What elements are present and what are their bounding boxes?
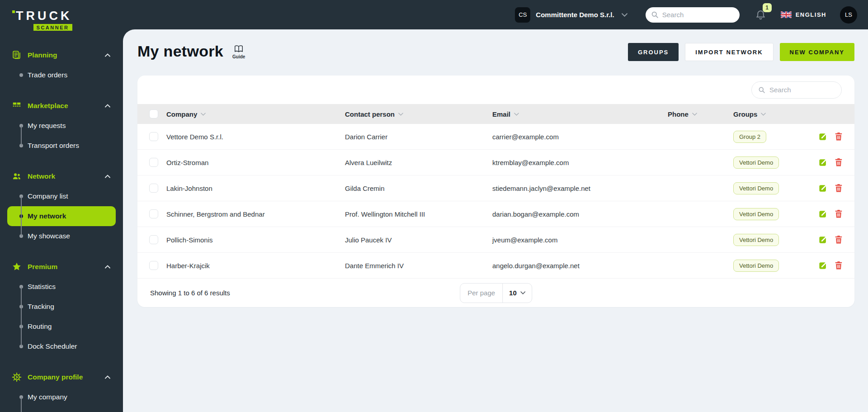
edit-icon[interactable]	[819, 132, 828, 141]
chevron-up-icon	[105, 375, 110, 379]
edit-icon[interactable]	[819, 184, 828, 193]
sidebar-section-label: Network	[28, 172, 55, 180]
notifications-button[interactable]: 1	[755, 9, 766, 20]
group-badge: Vettori Demo	[733, 260, 779, 272]
sidebar-section-label: Company profile	[28, 373, 83, 381]
sidebar-item-tracking[interactable]: Tracking	[0, 297, 123, 317]
storefront-icon	[12, 101, 22, 111]
column-header-contact-person[interactable]: Contact person	[345, 110, 492, 118]
edit-icon[interactable]	[819, 235, 828, 244]
language-label: ENGLISH	[796, 11, 826, 18]
sidebar-item-trade-orders[interactable]: Trade orders	[0, 65, 123, 85]
sidebar-item-dock-scheduler[interactable]: Dock Scheduler	[0, 336, 123, 356]
chevron-up-icon	[105, 175, 110, 178]
cell-contact: Dante Emmerich IV	[345, 262, 492, 270]
select-all-checkbox[interactable]	[149, 109, 158, 118]
trash-icon[interactable]	[835, 209, 843, 218]
sidebar-item-statistics[interactable]: Statistics	[0, 277, 123, 297]
sidebar-item-my-showcase[interactable]: My showcase	[0, 226, 123, 246]
organization-name: Committente Demo S.r.l.	[536, 11, 614, 19]
sidebar-item-company-list[interactable]: Company list	[0, 186, 123, 206]
group-badge: Group 2	[733, 131, 766, 143]
sort-chevron-icon	[761, 113, 766, 116]
search-icon	[651, 11, 659, 19]
sidebar-section-planning[interactable]: Planning	[0, 45, 123, 65]
trash-icon[interactable]	[835, 235, 843, 244]
cell-company: Schinner, Bergstrom and Bednar	[166, 210, 345, 218]
sidebar-item-label: My requests	[28, 122, 66, 130]
edit-icon[interactable]	[819, 261, 828, 270]
nav-group-marketplace: Marketplace My requests Transport orders	[0, 96, 123, 156]
bullet-icon	[19, 285, 23, 289]
table-toolbar	[137, 76, 854, 104]
row-checkbox[interactable]	[149, 209, 158, 218]
network-table-card: Company Contact person Email Phone Group…	[137, 76, 854, 307]
column-header-email[interactable]: Email	[492, 110, 668, 118]
cell-contact: Darion Carrier	[345, 133, 492, 141]
sidebar-section-network[interactable]: Network	[0, 166, 123, 186]
organization-selector[interactable]: CS Committente Demo S.r.l.	[515, 7, 627, 23]
groups-button[interactable]: GROUPS	[628, 43, 679, 61]
table-search	[751, 81, 842, 99]
global-search-input[interactable]	[662, 11, 734, 19]
language-selector[interactable]: ENGLISH	[781, 11, 826, 18]
sidebar-section-label: Premium	[28, 263, 57, 271]
global-search	[646, 7, 740, 23]
sidebar-section-company-profile[interactable]: Company profile	[0, 367, 123, 387]
sidebar-item-label: Transport orders	[28, 142, 79, 150]
row-checkbox[interactable]	[149, 132, 158, 141]
sidebar-nav: Planning Trade orders Marketplace My	[0, 45, 123, 412]
sidebar-item-label: Dock Scheduler	[28, 342, 77, 350]
sidebar-item-transport-orders[interactable]: Transport orders	[0, 136, 123, 156]
sidebar-item-label: My company	[28, 393, 67, 401]
nav-group-premium: Premium Statistics Tracking Routing Dock…	[0, 257, 123, 356]
sidebar-item-routing[interactable]: Routing	[0, 317, 123, 336]
guide-button[interactable]: Guide	[232, 45, 245, 59]
sidebar-section-premium[interactable]: Premium	[0, 257, 123, 277]
cell-company: Pollich-Simonis	[166, 236, 345, 244]
sort-chevron-icon	[514, 113, 519, 116]
logo-scanner-text: SCANNER	[33, 24, 72, 31]
sidebar-item-label: Company list	[28, 192, 68, 200]
new-company-button[interactable]: NEW COMPANY	[780, 43, 854, 61]
sidebar-item-my-network[interactable]: My network	[7, 206, 116, 226]
sidebar-item-label: Statistics	[28, 283, 56, 291]
sidebar-item-my-requests[interactable]: My requests	[0, 116, 123, 136]
table-footer: Showing 1 to 6 of 6 results Per page 10	[137, 279, 854, 307]
trash-icon[interactable]	[835, 158, 843, 167]
trash-icon[interactable]	[835, 184, 843, 193]
row-checkbox[interactable]	[149, 158, 158, 167]
nav-group-network: Network Company list My network My showc…	[0, 166, 123, 246]
import-network-button[interactable]: IMPORT NETWORK	[685, 43, 773, 61]
bullet-icon	[19, 325, 23, 328]
chevron-down-icon	[520, 291, 525, 294]
sidebar-section-label: Marketplace	[28, 102, 68, 110]
trash-icon[interactable]	[835, 261, 843, 270]
nav-group-company-profile: Company profile My company	[0, 367, 123, 407]
edit-icon[interactable]	[819, 209, 828, 218]
bullet-icon	[19, 395, 23, 399]
column-header-groups[interactable]: Groups	[733, 110, 816, 118]
row-checkbox[interactable]	[149, 261, 158, 270]
table-row: Lakin-Johnston Gilda Cremin stiedemann.j…	[137, 175, 854, 201]
sidebar-section-marketplace[interactable]: Marketplace	[0, 96, 123, 116]
group-badge: Vettori Demo	[733, 234, 779, 246]
chevron-up-icon	[105, 265, 110, 269]
bullet-icon	[19, 124, 23, 128]
column-header-company[interactable]: Company	[166, 110, 345, 118]
chevron-down-icon	[622, 13, 627, 17]
trash-icon[interactable]	[835, 132, 843, 141]
cell-contact: Prof. Wellington Mitchell III	[345, 210, 492, 218]
table-row: Pollich-Simonis Julio Paucek IV jveum@ex…	[137, 227, 854, 253]
sidebar-item-my-company[interactable]: My company	[0, 387, 123, 407]
per-page-value: 10	[509, 289, 517, 297]
per-page-selector[interactable]: Per page 10	[460, 283, 532, 303]
table-search-input[interactable]	[769, 86, 835, 94]
user-avatar[interactable]: LS	[840, 6, 857, 24]
column-header-phone[interactable]: Phone	[668, 110, 733, 118]
row-checkbox[interactable]	[149, 235, 158, 244]
cell-company: Vettore Demo S.r.l.	[166, 133, 345, 141]
row-checkbox[interactable]	[149, 184, 158, 193]
edit-icon[interactable]	[819, 158, 828, 167]
chevron-up-icon	[105, 104, 110, 108]
